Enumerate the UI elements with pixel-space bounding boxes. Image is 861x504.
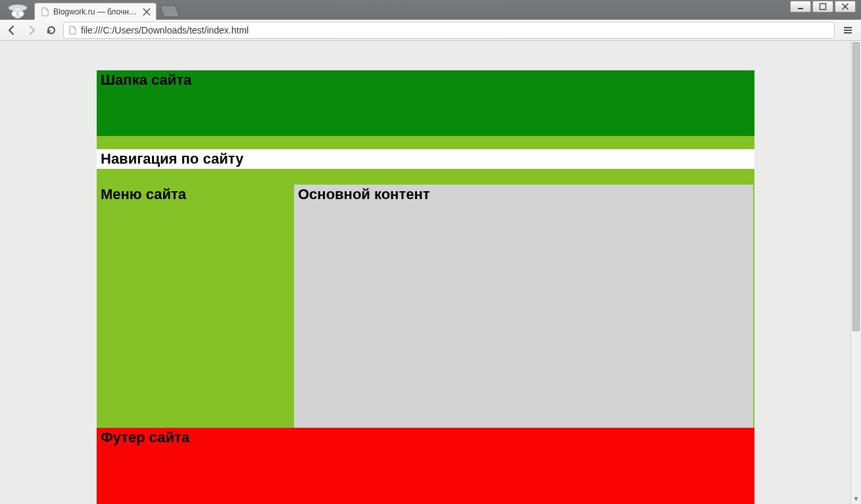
site-footer: Футер сайта — [97, 428, 754, 504]
forward-button[interactable] — [24, 22, 39, 38]
window-maximize-button[interactable] — [812, 1, 833, 12]
page-body: Шапка сайта Навигация по сайту Меню сайт… — [97, 70, 754, 504]
tab-strip: Blogwork.ru — блочная вер — [0, 0, 861, 20]
tab-close-icon[interactable] — [143, 8, 151, 16]
browser-window: Blogwork.ru — блочная вер — [0, 0, 861, 504]
menu-label: Меню сайта — [97, 185, 190, 204]
tab-title: Blogwork.ru — блочная вер — [53, 7, 139, 16]
site-header: Шапка сайта — [97, 70, 754, 136]
nav-gap — [97, 169, 754, 185]
reload-button[interactable] — [43, 22, 59, 38]
svg-point-3 — [18, 11, 24, 16]
svg-rect-9 — [844, 32, 852, 34]
new-tab-button[interactable] — [160, 5, 180, 17]
svg-rect-4 — [17, 13, 19, 14]
window-minimize-button[interactable] — [790, 1, 811, 12]
scroll-down-icon[interactable]: ▼ — [851, 493, 861, 504]
page-favicon-icon — [40, 7, 49, 16]
site-nav: Навигация по сайту — [97, 149, 754, 169]
window-close-button[interactable] — [835, 1, 856, 12]
svg-rect-5 — [798, 8, 803, 9]
back-button[interactable] — [4, 22, 20, 38]
url-input[interactable] — [81, 25, 830, 35]
incognito-icon — [3, 1, 33, 20]
site-menu: Меню сайта — [97, 185, 294, 428]
viewport: Шапка сайта Навигация по сайту Меню сайт… — [0, 41, 861, 504]
content-label: Основной контент — [294, 185, 433, 204]
svg-rect-8 — [844, 30, 852, 31]
page-icon — [68, 26, 77, 35]
main-row: Меню сайта Основной контент — [97, 185, 754, 428]
vertical-scrollbar[interactable]: ▲ ▼ — [850, 41, 861, 504]
site-content: Основной контент — [294, 185, 753, 428]
scroll-thumb[interactable] — [852, 42, 860, 331]
header-label: Шапка сайта — [97, 70, 195, 90]
svg-rect-6 — [820, 4, 826, 10]
footer-label: Футер сайта — [97, 428, 193, 447]
svg-point-2 — [12, 11, 17, 16]
browser-toolbar — [0, 20, 861, 41]
header-gap — [97, 136, 754, 149]
svg-rect-7 — [844, 27, 852, 28]
nav-label: Навигация по сайту — [97, 149, 247, 169]
address-bar[interactable] — [63, 22, 835, 39]
chrome-menu-button[interactable] — [839, 22, 857, 39]
browser-tab[interactable]: Blogwork.ru — блочная вер — [34, 3, 157, 20]
